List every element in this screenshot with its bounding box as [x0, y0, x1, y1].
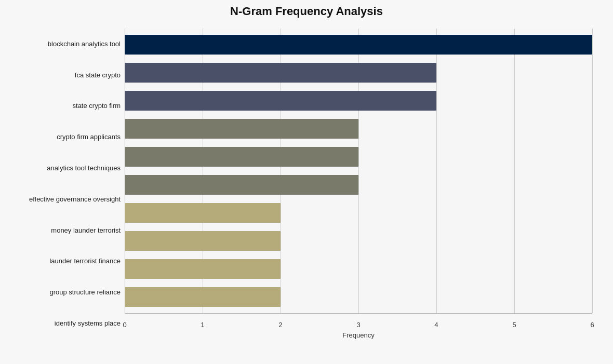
x-tick-mark: 1: [201, 321, 204, 329]
y-label: launder terrorist finance: [21, 247, 121, 275]
bars-and-xaxis: 0123456 Frequency: [125, 29, 592, 339]
x-tick-mark: 4: [434, 321, 438, 329]
y-label: fca state crypto: [21, 61, 121, 89]
x-axis-label: Frequency: [125, 331, 592, 339]
bar-row: [125, 283, 592, 311]
y-label: identify systems place: [21, 309, 121, 338]
bar: [125, 147, 358, 167]
y-label: effective governance oversight: [21, 185, 121, 213]
bar: [125, 231, 281, 251]
chart-container: N-Gram Frequency Analysis blockchain ana…: [10, 0, 603, 364]
bar-row: [125, 87, 592, 115]
y-label: analytics tool techniques: [21, 154, 121, 182]
y-label: state crypto firm: [21, 92, 121, 120]
bar-row: [125, 171, 592, 199]
bar: [125, 35, 592, 55]
x-tick-mark: 6: [590, 321, 594, 329]
bar: [125, 203, 281, 223]
chart-title: N-Gram Frequency Analysis: [21, 5, 592, 18]
chart-area: blockchain analytics toolfca state crypt…: [21, 29, 592, 339]
x-axis: 0123456: [125, 313, 592, 329]
y-labels: blockchain analytics toolfca state crypt…: [21, 29, 125, 339]
bar: [125, 119, 358, 139]
x-tick-mark: 5: [512, 321, 516, 329]
bar: [125, 287, 281, 307]
x-tick-mark: 0: [123, 321, 126, 329]
y-label: group structure reliance: [21, 278, 121, 306]
bar-row: [125, 227, 592, 255]
bar-row: [125, 143, 592, 171]
bar: [125, 259, 281, 279]
y-label: blockchain analytics tool: [21, 30, 121, 58]
bar-row: [125, 199, 592, 227]
bar: [125, 175, 358, 195]
x-tick-mark: 3: [356, 321, 360, 329]
x-tick-mark: 2: [278, 321, 282, 329]
bar: [125, 91, 436, 111]
bar-row: [125, 59, 592, 87]
bar-row: [125, 115, 592, 143]
y-label: money launder terrorist: [21, 216, 121, 244]
bars-area: [125, 29, 592, 313]
x-ticks-wrapper: 0123456: [125, 317, 592, 329]
bar-row: [125, 255, 592, 283]
bar: [125, 63, 436, 83]
y-label: crypto firm applicants: [21, 123, 121, 151]
bar-row: [125, 31, 592, 59]
